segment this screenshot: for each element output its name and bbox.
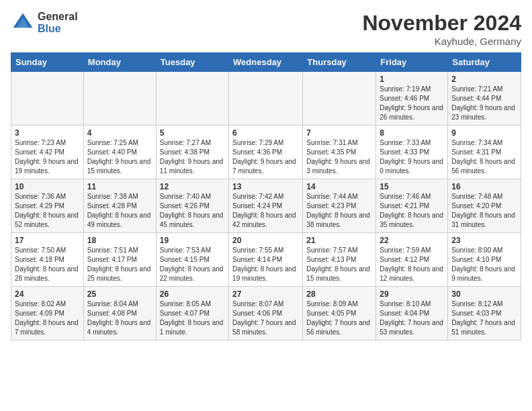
day-info: Sunrise: 7:59 AM Sunset: 4:12 PM Dayligh… xyxy=(380,246,444,283)
day-number: 7 xyxy=(306,128,372,138)
calendar-cell: 3Sunrise: 7:23 AM Sunset: 4:42 PM Daylig… xyxy=(11,126,84,179)
calendar-cell xyxy=(156,72,228,126)
weekday-header-monday: Monday xyxy=(83,53,156,72)
weekday-header-wednesday: Wednesday xyxy=(229,53,303,72)
day-info: Sunrise: 8:05 AM Sunset: 4:07 PM Dayligh… xyxy=(160,300,225,337)
day-info: Sunrise: 7:53 AM Sunset: 4:15 PM Dayligh… xyxy=(160,246,225,283)
calendar-cell: 11Sunrise: 7:38 AM Sunset: 4:28 PM Dayli… xyxy=(83,179,156,233)
logo-icon xyxy=(11,11,35,35)
day-number: 23 xyxy=(451,236,517,245)
day-number: 25 xyxy=(87,289,152,299)
day-number: 6 xyxy=(232,128,299,138)
logo-blue-text: Blue xyxy=(38,23,78,35)
day-number: 24 xyxy=(15,289,80,299)
weekday-header-tuesday: Tuesday xyxy=(156,53,228,72)
calendar-week-row: 17Sunrise: 7:50 AM Sunset: 4:18 PM Dayli… xyxy=(11,233,521,287)
calendar-week-row: 10Sunrise: 7:36 AM Sunset: 4:29 PM Dayli… xyxy=(11,179,521,233)
calendar-cell: 23Sunrise: 8:00 AM Sunset: 4:10 PM Dayli… xyxy=(448,233,521,287)
day-info: Sunrise: 7:31 AM Sunset: 4:35 PM Dayligh… xyxy=(306,138,372,176)
day-info: Sunrise: 8:00 AM Sunset: 4:10 PM Dayligh… xyxy=(451,246,517,283)
day-info: Sunrise: 7:51 AM Sunset: 4:17 PM Dayligh… xyxy=(87,246,152,283)
calendar-week-row: 3Sunrise: 7:23 AM Sunset: 4:42 PM Daylig… xyxy=(11,126,521,179)
calendar-cell xyxy=(229,72,303,126)
logo-text: General Blue xyxy=(38,11,78,34)
calendar-cell: 27Sunrise: 8:07 AM Sunset: 4:06 PM Dayli… xyxy=(229,287,303,340)
day-number: 8 xyxy=(380,128,444,138)
calendar-cell: 18Sunrise: 7:51 AM Sunset: 4:17 PM Dayli… xyxy=(83,233,156,287)
calendar-cell: 5Sunrise: 7:27 AM Sunset: 4:38 PM Daylig… xyxy=(156,126,228,179)
day-info: Sunrise: 7:48 AM Sunset: 4:20 PM Dayligh… xyxy=(451,192,517,230)
calendar-cell: 17Sunrise: 7:50 AM Sunset: 4:18 PM Dayli… xyxy=(11,233,84,287)
location-text: Kayhude, Germany xyxy=(362,36,521,47)
calendar-cell: 28Sunrise: 8:09 AM Sunset: 4:05 PM Dayli… xyxy=(303,287,376,340)
calendar-week-row: 24Sunrise: 8:02 AM Sunset: 4:09 PM Dayli… xyxy=(11,287,521,340)
day-info: Sunrise: 7:29 AM Sunset: 4:36 PM Dayligh… xyxy=(232,138,299,176)
day-number: 5 xyxy=(160,128,225,138)
calendar-cell: 2Sunrise: 7:21 AM Sunset: 4:44 PM Daylig… xyxy=(448,72,521,126)
day-number: 15 xyxy=(380,182,444,191)
day-number: 12 xyxy=(160,182,225,191)
calendar-cell: 22Sunrise: 7:59 AM Sunset: 4:12 PM Dayli… xyxy=(376,233,448,287)
day-info: Sunrise: 8:09 AM Sunset: 4:05 PM Dayligh… xyxy=(306,300,372,337)
day-number: 27 xyxy=(232,289,299,299)
calendar-week-row: 1Sunrise: 7:19 AM Sunset: 4:46 PM Daylig… xyxy=(11,72,521,126)
day-number: 30 xyxy=(451,289,517,299)
calendar-cell: 16Sunrise: 7:48 AM Sunset: 4:20 PM Dayli… xyxy=(448,179,521,233)
day-number: 21 xyxy=(306,236,372,245)
day-info: Sunrise: 7:23 AM Sunset: 4:42 PM Dayligh… xyxy=(15,138,80,176)
day-number: 3 xyxy=(15,128,80,138)
calendar-cell: 13Sunrise: 7:42 AM Sunset: 4:24 PM Dayli… xyxy=(229,179,303,233)
day-info: Sunrise: 7:42 AM Sunset: 4:24 PM Dayligh… xyxy=(232,192,299,230)
day-number: 2 xyxy=(451,75,517,84)
day-number: 22 xyxy=(380,236,444,245)
calendar-cell: 9Sunrise: 7:34 AM Sunset: 4:31 PM Daylig… xyxy=(448,126,521,179)
day-number: 20 xyxy=(232,236,299,245)
calendar-cell: 1Sunrise: 7:19 AM Sunset: 4:46 PM Daylig… xyxy=(376,72,448,126)
weekday-header-saturday: Saturday xyxy=(448,53,521,72)
day-info: Sunrise: 8:07 AM Sunset: 4:06 PM Dayligh… xyxy=(232,300,299,337)
day-number: 14 xyxy=(306,182,372,191)
day-number: 9 xyxy=(451,128,517,138)
calendar-cell: 24Sunrise: 8:02 AM Sunset: 4:09 PM Dayli… xyxy=(11,287,84,340)
day-number: 4 xyxy=(87,128,152,138)
day-info: Sunrise: 7:33 AM Sunset: 4:33 PM Dayligh… xyxy=(380,138,444,176)
calendar-cell: 30Sunrise: 8:12 AM Sunset: 4:03 PM Dayli… xyxy=(448,287,521,340)
day-info: Sunrise: 7:25 AM Sunset: 4:40 PM Dayligh… xyxy=(87,138,152,176)
day-number: 10 xyxy=(15,182,80,191)
calendar-cell: 8Sunrise: 7:33 AM Sunset: 4:33 PM Daylig… xyxy=(376,126,448,179)
calendar-cell xyxy=(11,72,84,126)
calendar-cell xyxy=(83,72,156,126)
calendar-cell: 26Sunrise: 8:05 AM Sunset: 4:07 PM Dayli… xyxy=(156,287,228,340)
calendar-cell: 10Sunrise: 7:36 AM Sunset: 4:29 PM Dayli… xyxy=(11,179,84,233)
day-number: 26 xyxy=(160,289,225,299)
calendar-table: SundayMondayTuesdayWednesdayThursdayFrid… xyxy=(11,52,521,340)
calendar-cell: 29Sunrise: 8:10 AM Sunset: 4:04 PM Dayli… xyxy=(376,287,448,340)
weekday-header-sunday: Sunday xyxy=(11,53,84,72)
calendar-cell: 14Sunrise: 7:44 AM Sunset: 4:23 PM Dayli… xyxy=(303,179,376,233)
day-info: Sunrise: 7:50 AM Sunset: 4:18 PM Dayligh… xyxy=(15,246,80,283)
calendar-cell: 20Sunrise: 7:55 AM Sunset: 4:14 PM Dayli… xyxy=(229,233,303,287)
calendar-cell: 15Sunrise: 7:46 AM Sunset: 4:21 PM Dayli… xyxy=(376,179,448,233)
calendar-cell: 25Sunrise: 8:04 AM Sunset: 4:08 PM Dayli… xyxy=(83,287,156,340)
page-header: General Blue November 2024 Kayhude, Germ… xyxy=(11,11,521,47)
day-info: Sunrise: 7:36 AM Sunset: 4:29 PM Dayligh… xyxy=(15,192,80,230)
day-info: Sunrise: 7:19 AM Sunset: 4:46 PM Dayligh… xyxy=(380,85,444,122)
logo: General Blue xyxy=(11,11,78,35)
day-number: 16 xyxy=(451,182,517,191)
day-number: 11 xyxy=(87,182,152,191)
day-number: 19 xyxy=(160,236,225,245)
month-title: November 2024 xyxy=(362,11,521,36)
title-block: November 2024 Kayhude, Germany xyxy=(362,11,521,47)
day-number: 29 xyxy=(380,289,444,299)
weekday-header-friday: Friday xyxy=(376,53,448,72)
day-info: Sunrise: 7:40 AM Sunset: 4:26 PM Dayligh… xyxy=(160,192,225,230)
day-info: Sunrise: 8:02 AM Sunset: 4:09 PM Dayligh… xyxy=(15,300,80,337)
calendar-cell: 12Sunrise: 7:40 AM Sunset: 4:26 PM Dayli… xyxy=(156,179,228,233)
calendar-cell: 6Sunrise: 7:29 AM Sunset: 4:36 PM Daylig… xyxy=(229,126,303,179)
calendar-cell xyxy=(303,72,376,126)
day-info: Sunrise: 7:34 AM Sunset: 4:31 PM Dayligh… xyxy=(451,138,517,176)
calendar-cell: 19Sunrise: 7:53 AM Sunset: 4:15 PM Dayli… xyxy=(156,233,228,287)
day-info: Sunrise: 7:27 AM Sunset: 4:38 PM Dayligh… xyxy=(160,138,225,176)
day-info: Sunrise: 8:04 AM Sunset: 4:08 PM Dayligh… xyxy=(87,300,152,337)
day-info: Sunrise: 8:10 AM Sunset: 4:04 PM Dayligh… xyxy=(380,300,444,337)
